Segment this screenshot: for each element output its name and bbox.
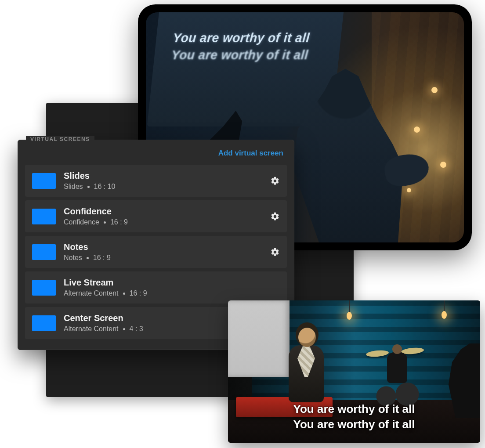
screen-aspect: 16 : 9 bbox=[110, 218, 128, 226]
light-dot bbox=[414, 126, 420, 133]
hanging-bulb bbox=[347, 312, 352, 320]
separator-dot bbox=[123, 293, 125, 295]
lyric-line-2: You are worthy of it all bbox=[171, 47, 309, 64]
screen-aspect: 4 : 3 bbox=[130, 325, 143, 332]
light-dot bbox=[431, 87, 438, 93]
light-dot bbox=[407, 188, 411, 192]
screen-subtitle: Slides16 : 10 bbox=[64, 183, 262, 191]
screen-layout: Alternate Content bbox=[64, 289, 119, 297]
screen-layout: Alternate Content bbox=[64, 325, 119, 332]
gear-icon[interactable] bbox=[270, 212, 280, 221]
screen-thumbnail bbox=[32, 173, 56, 189]
screen-aspect: 16 : 9 bbox=[93, 254, 111, 261]
row-text: SlidesSlides16 : 10 bbox=[64, 171, 262, 191]
screen-subtitle: Alternate Content16 : 9 bbox=[64, 289, 280, 297]
virtual-screen-row[interactable]: SlidesSlides16 : 10 bbox=[25, 165, 287, 197]
screen-layout: Slides bbox=[64, 183, 83, 190]
gear-icon[interactable] bbox=[270, 247, 280, 257]
screen-name: Slides bbox=[64, 171, 262, 181]
virtual-screen-row[interactable]: NotesNotes16 : 9 bbox=[25, 236, 287, 268]
virtual-screen-row[interactable]: ConfidenceConfidence16 : 9 bbox=[25, 200, 287, 232]
screen-thumbnail bbox=[32, 315, 56, 331]
screen-thumbnail bbox=[32, 209, 56, 224]
stage-photo: You are worthy of it all You are worthy … bbox=[228, 300, 480, 443]
light-dot bbox=[440, 162, 446, 168]
row-text: ConfidenceConfidence16 : 9 bbox=[64, 206, 262, 226]
screen-subtitle: Confidence16 : 9 bbox=[64, 218, 262, 226]
screen-aspect: 16 : 9 bbox=[130, 289, 147, 297]
virtual-screen-row[interactable]: Live StreamAlternate Content16 : 9 bbox=[25, 271, 287, 303]
side-projector-panel bbox=[228, 300, 290, 377]
screen-thumbnail bbox=[32, 280, 56, 296]
hanging-bulb bbox=[442, 311, 447, 319]
screen-aspect: 16 : 10 bbox=[94, 183, 116, 190]
separator-dot bbox=[87, 257, 89, 259]
add-virtual-screen-link[interactable]: Add virtual screen bbox=[25, 146, 287, 165]
screen-subtitle: Notes16 : 9 bbox=[64, 254, 262, 262]
projected-lyrics: You are worthy of it all You are worthy … bbox=[171, 29, 311, 63]
row-text: Live StreamAlternate Content16 : 9 bbox=[64, 278, 280, 297]
drummer bbox=[366, 346, 427, 412]
lyric-line-1: You are worthy of it all bbox=[172, 29, 311, 47]
screen-layout: Confidence bbox=[64, 218, 99, 226]
screen-layout: Notes bbox=[64, 254, 82, 261]
separator-dot bbox=[104, 221, 106, 224]
gear-icon[interactable] bbox=[270, 176, 280, 186]
singer bbox=[285, 328, 327, 402]
screen-name: Confidence bbox=[64, 206, 262, 217]
row-text: NotesNotes16 : 9 bbox=[64, 242, 262, 262]
panel-title: VIRTUAL SCREENS bbox=[26, 136, 94, 142]
screen-name: Notes bbox=[64, 242, 262, 252]
screen-name: Live Stream bbox=[64, 278, 280, 288]
separator-dot bbox=[87, 186, 90, 188]
separator-dot bbox=[123, 328, 125, 330]
screen-thumbnail bbox=[32, 244, 56, 260]
